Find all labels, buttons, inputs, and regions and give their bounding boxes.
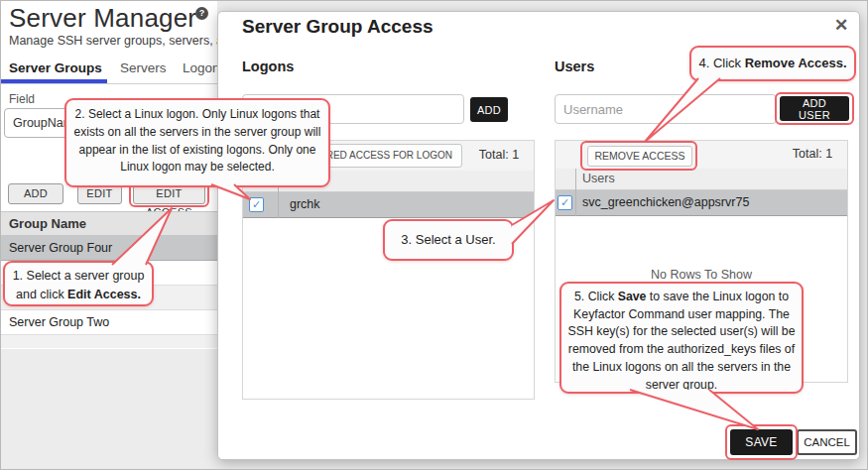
screenshot-stage: Server Manager ? Manage SSH server group… xyxy=(0,0,868,470)
cancel-button[interactable]: CANCEL xyxy=(797,429,857,455)
close-icon[interactable]: ✕ xyxy=(834,15,848,36)
add-user-button[interactable]: ADD USER xyxy=(780,96,849,121)
users-total: Total: 1 xyxy=(782,147,843,161)
group-name-column-header: Group Name xyxy=(1,211,217,236)
callout-1: 1. Select a server group and click Edit … xyxy=(3,261,154,306)
logon-row-checkbox[interactable]: ✓ xyxy=(249,197,264,212)
callout-4: 4. Click Remove Access. xyxy=(689,46,856,81)
users-column-header: Users xyxy=(556,169,847,190)
table-row-server-group-four[interactable]: Server Group Four xyxy=(1,236,217,261)
save-button[interactable]: SAVE xyxy=(730,429,793,455)
username-input[interactable] xyxy=(555,94,777,124)
field-label: Field xyxy=(9,92,35,106)
remove-access-button[interactable]: REMOVE ACCESS xyxy=(587,146,692,167)
callout-3: 3. Select a User. xyxy=(383,219,514,261)
page-title: Server Manager xyxy=(9,3,196,34)
users-heading: Users xyxy=(555,59,594,74)
modal-title: Server Group Access xyxy=(242,16,434,38)
column-separator xyxy=(575,169,576,216)
logon-row-grchk[interactable]: grchk xyxy=(243,192,534,218)
callout-5: 5. Click Save to save the Linux logon to… xyxy=(559,282,804,394)
users-grid-toolbar: REMOVE ACCESS Total: 1 xyxy=(556,141,847,170)
logons-heading: Logons xyxy=(242,59,294,74)
tab-divider xyxy=(1,83,217,84)
tab-server-groups[interactable]: Server Groups xyxy=(9,60,102,75)
no-rows-message: No Rows To Show xyxy=(556,268,847,282)
help-icon[interactable]: ? xyxy=(195,7,208,20)
table-row-server-group-two[interactable]: Server Group Two xyxy=(1,310,217,335)
user-row-checkbox[interactable]: ✓ xyxy=(558,195,572,210)
add-logon-button[interactable]: ADD xyxy=(470,97,508,122)
tab-servers[interactable]: Servers xyxy=(120,60,167,75)
user-row-svc-greenchicken[interactable]: svc_greenchicken@appsrvr75 xyxy=(556,190,847,216)
page-subtitle: Manage SSH server groups, servers, a xyxy=(9,34,217,48)
add-button[interactable]: ADD xyxy=(8,183,63,204)
table-row[interactable] xyxy=(1,335,217,348)
logons-total: Total: 1 xyxy=(466,148,532,162)
callout-2: 2. Select a Linux logon. Only Linux logo… xyxy=(64,98,330,187)
